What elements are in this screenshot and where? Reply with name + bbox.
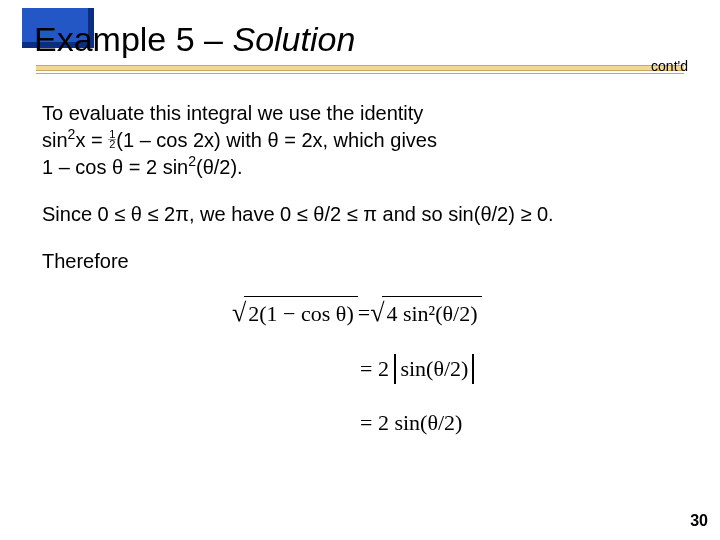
rhs1-radicand: 4 sin²(θ/2): [382, 296, 481, 329]
lhs-radicand: 2(1 − cos θ): [244, 296, 357, 329]
math-row-2: = 2 sin(θ/2): [360, 354, 678, 384]
math-block: √ 2(1 − cos θ) = √ 4 sin²(θ/2) = 2 sin(θ…: [232, 295, 678, 437]
p1-line1: To evaluate this integral we use the ide…: [42, 102, 423, 124]
fraction-den: 2: [109, 140, 115, 149]
sqrt-lhs: √ 2(1 − cos θ): [232, 295, 358, 330]
paragraph-1: To evaluate this integral we use the ide…: [42, 100, 678, 181]
rhs2-pre: = 2: [360, 354, 389, 384]
one-half-fraction: 12: [108, 130, 116, 149]
p1-line3-a: 1 – cos θ = 2 sin: [42, 156, 188, 178]
thin-line: [36, 73, 684, 74]
gold-bar: [36, 65, 684, 71]
title-text-plain: Example 5 –: [34, 20, 232, 58]
page-number: 30: [690, 512, 708, 530]
math-row-3: = 2 sin(θ/2): [360, 408, 678, 438]
p1-line3-sup: 2: [188, 153, 196, 169]
title-text-italic: Solution: [232, 20, 355, 58]
p1-line2-a: sin: [42, 129, 68, 151]
p1-line2-b: x =: [75, 129, 108, 151]
slide: Example 5 – Solution cont'd To evaluate …: [0, 0, 720, 540]
title-area: Example 5 – Solution cont'd: [0, 0, 720, 80]
rhs3: = 2 sin(θ/2): [360, 408, 462, 438]
p1-line3-b: (θ/2).: [196, 156, 243, 178]
sqrt-rhs1: √ 4 sin²(θ/2): [370, 295, 481, 330]
paragraph-2: Since 0 ≤ θ ≤ 2π, we have 0 ≤ θ/2 ≤ π an…: [42, 201, 678, 228]
paragraph-3: Therefore: [42, 248, 678, 275]
p1-line2-c: (1 – cos 2x) with θ = 2x, which gives: [116, 129, 437, 151]
body-content: To evaluate this integral we use the ide…: [0, 80, 720, 461]
slide-title: Example 5 – Solution: [30, 20, 690, 59]
abs-value: sin(θ/2): [394, 354, 474, 384]
continued-label: cont'd: [651, 58, 688, 74]
math-row-1: √ 2(1 − cos θ) = √ 4 sin²(θ/2): [232, 295, 678, 330]
title-rules: [30, 65, 690, 74]
equals-1: =: [358, 298, 370, 328]
